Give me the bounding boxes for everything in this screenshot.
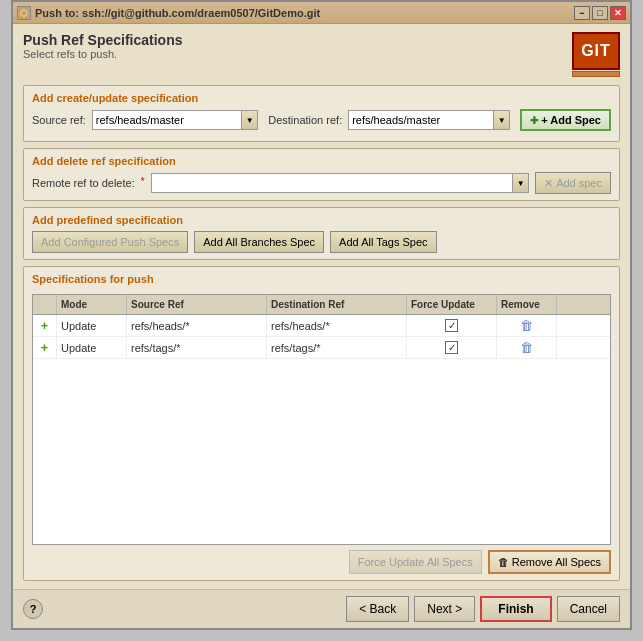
delete-spec-icon: ✕ <box>544 177 553 190</box>
source-ref-group: Source ref: ▼ <box>32 110 258 130</box>
row1-source: refs/heads/* <box>127 315 267 336</box>
footer-buttons: < Back Next > Finish Cancel <box>346 596 620 622</box>
col-icon <box>33 295 57 314</box>
window-title: Push to: ssh://git@github.com/draem0507/… <box>35 7 320 19</box>
add-spec-icon: ✚ <box>530 115 538 126</box>
specs-section: Specifications for push Mode Source Ref … <box>23 266 620 581</box>
add-configured-label: Add Configured Push Specs <box>41 236 179 248</box>
row1-icon: + <box>33 315 57 336</box>
git-logo-group: GIT <box>572 32 620 77</box>
col-destination: Destination Ref <box>267 295 407 314</box>
finish-label: Finish <box>498 602 533 616</box>
close-button[interactable]: ✕ <box>610 6 626 20</box>
add-spec-delete-label: Add spec <box>556 177 602 189</box>
add-all-tags-button[interactable]: Add All Tags Spec <box>330 231 436 253</box>
force-update-all-button[interactable]: Force Update All Specs <box>349 550 482 574</box>
cancel-label: Cancel <box>570 602 607 616</box>
row2-icon: + <box>33 337 57 358</box>
source-ref-dropdown-btn[interactable]: ▼ <box>242 110 258 130</box>
add-configured-button[interactable]: Add Configured Push Specs <box>32 231 188 253</box>
page-title: Push Ref Specifications <box>23 32 182 48</box>
window-icon: ⬡ <box>17 6 31 20</box>
main-window: ⬡ Push to: ssh://git@github.com/draem050… <box>11 0 632 630</box>
row2-source: refs/tags/* <box>127 337 267 358</box>
next-label: Next > <box>427 602 462 616</box>
source-ref-label: Source ref: <box>32 114 86 126</box>
footer: ? < Back Next > Finish Cancel <box>13 589 630 628</box>
cancel-button[interactable]: Cancel <box>557 596 620 622</box>
force-update-all-label: Force Update All Specs <box>358 556 473 568</box>
add-all-tags-label: Add All Tags Spec <box>339 236 427 248</box>
delete-ref-title: Add delete ref specification <box>32 155 611 167</box>
create-update-section: Add create/update specification Source r… <box>23 85 620 142</box>
add-spec-label: + Add Spec <box>541 114 601 126</box>
remove-all-specs-button[interactable]: 🗑 Remove All Specs <box>488 550 611 574</box>
back-label: < Back <box>359 602 396 616</box>
dest-ref-input[interactable] <box>348 110 494 130</box>
git-logo-underline <box>572 71 620 77</box>
source-ref-combo-wrapper: ▼ <box>92 110 258 130</box>
add-all-branches-label: Add All Branches Spec <box>203 236 315 248</box>
dest-ref-group: Destination ref: ▼ <box>268 110 510 130</box>
add-spec-delete-button[interactable]: ✕ Add spec <box>535 172 611 194</box>
row1-force-update: ✓ <box>407 315 497 336</box>
row1-mode: Update <box>57 315 127 336</box>
col-remove: Remove <box>497 295 557 314</box>
table-row: + Update refs/tags/* refs/tags/* ✓ 🗑 <box>33 337 610 359</box>
table-header: Mode Source Ref Destination Ref Force Up… <box>33 295 610 315</box>
title-bar-left: ⬡ Push to: ssh://git@github.com/draem050… <box>17 6 320 20</box>
table-actions: Force Update All Specs 🗑 Remove All Spec… <box>32 550 611 574</box>
row1-mode-icon: + <box>41 319 48 333</box>
content-area: Push Ref Specifications Select refs to p… <box>13 24 630 589</box>
git-logo: GIT <box>572 32 620 70</box>
finish-button[interactable]: Finish <box>480 596 551 622</box>
remove-all-icon: 🗑 <box>498 556 509 568</box>
row2-mode-icon: + <box>41 341 48 355</box>
header-text-group: Push Ref Specifications Select refs to p… <box>23 32 182 60</box>
next-button[interactable]: Next > <box>414 596 475 622</box>
row2-destination: refs/tags/* <box>267 337 407 358</box>
predefined-section: Add predefined specification Add Configu… <box>23 207 620 260</box>
back-button[interactable]: < Back <box>346 596 409 622</box>
remote-ref-input[interactable] <box>151 173 513 193</box>
required-star: * <box>141 176 145 187</box>
col-mode: Mode <box>57 295 127 314</box>
remote-ref-combo-wrapper: ▼ <box>151 173 529 193</box>
help-button[interactable]: ? <box>23 599 43 619</box>
dest-ref-dropdown-btn[interactable]: ▼ <box>494 110 510 130</box>
minimize-button[interactable]: − <box>574 6 590 20</box>
row2-remove: 🗑 <box>497 337 557 358</box>
create-update-row: Source ref: ▼ Destination ref: ▼ ✚ + Add <box>32 109 611 131</box>
row2-mode: Update <box>57 337 127 358</box>
page-header: Push Ref Specifications Select refs to p… <box>23 32 620 77</box>
row2-force-update: ✓ <box>407 337 497 358</box>
page-subtitle: Select refs to push. <box>23 48 182 60</box>
predefined-buttons-row: Add Configured Push Specs Add All Branch… <box>32 231 611 253</box>
row2-delete-icon[interactable]: 🗑 <box>520 340 533 355</box>
delete-ref-row: Remote ref to delete: * ▼ ✕ Add spec <box>32 172 611 194</box>
remote-ref-dropdown-btn[interactable]: ▼ <box>513 173 529 193</box>
source-ref-input[interactable] <box>92 110 242 130</box>
specs-title: Specifications for push <box>32 273 611 285</box>
col-force-update: Force Update <box>407 295 497 314</box>
table-body: + Update refs/heads/* refs/heads/* ✓ 🗑 <box>33 315 610 359</box>
remove-all-label: Remove All Specs <box>512 556 601 568</box>
row1-destination: refs/heads/* <box>267 315 407 336</box>
row2-force-checkbox[interactable]: ✓ <box>445 341 458 354</box>
row1-remove: 🗑 <box>497 315 557 336</box>
remote-ref-label: Remote ref to delete: <box>32 177 135 189</box>
col-source: Source Ref <box>127 295 267 314</box>
add-spec-button[interactable]: ✚ + Add Spec <box>520 109 611 131</box>
table-row: + Update refs/heads/* refs/heads/* ✓ 🗑 <box>33 315 610 337</box>
delete-ref-section: Add delete ref specification Remote ref … <box>23 148 620 201</box>
dest-ref-combo-wrapper: ▼ <box>348 110 510 130</box>
footer-left: ? <box>23 599 43 619</box>
predefined-title: Add predefined specification <box>32 214 611 226</box>
row1-delete-icon[interactable]: 🗑 <box>520 318 533 333</box>
title-bar: ⬡ Push to: ssh://git@github.com/draem050… <box>13 2 630 24</box>
help-label: ? <box>30 603 37 615</box>
add-all-branches-button[interactable]: Add All Branches Spec <box>194 231 324 253</box>
create-update-title: Add create/update specification <box>32 92 611 104</box>
row1-force-checkbox[interactable]: ✓ <box>445 319 458 332</box>
maximize-button[interactable]: □ <box>592 6 608 20</box>
